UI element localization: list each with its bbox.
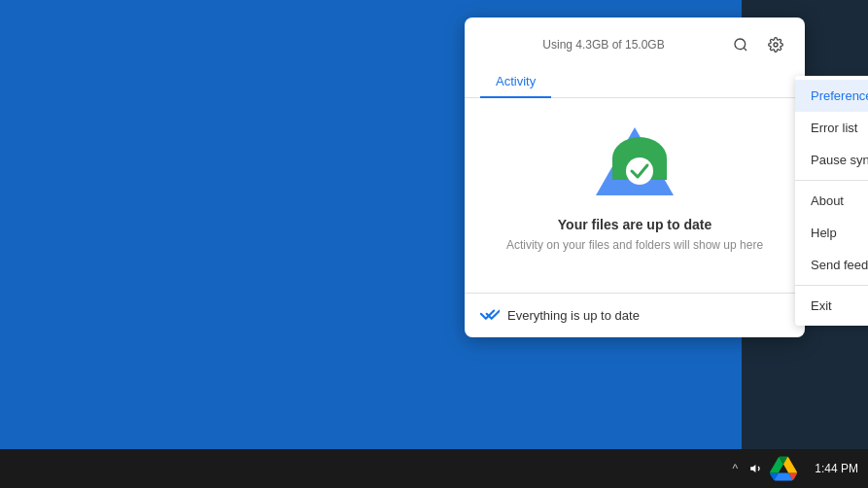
menu-item-exit[interactable]: Exit (795, 290, 868, 322)
check-icon (480, 303, 500, 328)
popup-tabs: Activity (465, 66, 805, 98)
gear-icon (768, 37, 783, 52)
taskbar: ^ 1:44 PM (0, 449, 868, 488)
double-check-icon (480, 303, 500, 323)
menu-item-pause-syncing[interactable]: Pause syncing (795, 144, 868, 176)
svg-point-0 (735, 39, 746, 50)
menu-item-about[interactable]: About (795, 185, 868, 217)
chevron-up-icon[interactable]: ^ (727, 461, 743, 476)
svg-line-1 (744, 48, 746, 51)
svg-point-2 (774, 43, 778, 47)
drive-taskbar-icon[interactable] (770, 455, 797, 482)
menu-item-send-feedback[interactable]: Send feedback (795, 249, 868, 281)
search-icon (733, 37, 748, 52)
taskbar-tray: ^ 1:44 PM (727, 455, 858, 482)
svg-marker-7 (750, 465, 755, 472)
menu-divider-2 (795, 285, 868, 286)
drive-svg (586, 118, 683, 205)
files-up-to-date-title: Your files are up to date (558, 217, 712, 232)
tab-activity[interactable]: Activity (480, 66, 551, 98)
drive-illustration (586, 118, 683, 205)
menu-item-error-list[interactable]: Error list (795, 112, 868, 144)
popup-header: Using 4.3GB of 15.0GB Preferences Error … (465, 17, 805, 58)
storage-text: Using 4.3GB of 15.0GB (480, 38, 727, 52)
settings-button[interactable] (762, 31, 789, 58)
taskbar-time: 1:44 PM (815, 462, 858, 475)
popup-footer: Everything is up to date (465, 293, 805, 337)
menu-item-help[interactable]: Help (795, 217, 868, 249)
volume-icon[interactable] (748, 461, 764, 476)
files-up-to-date-subtitle: Activity on your files and folders will … (506, 238, 763, 252)
dropdown-menu: Preferences Error list Pause syncing Abo… (795, 76, 868, 326)
popup-content: Your files are up to date Activity on yo… (465, 98, 805, 293)
footer-status-text: Everything is up to date (507, 308, 640, 323)
drive-popup: Using 4.3GB of 15.0GB Preferences Error … (465, 17, 805, 337)
svg-point-6 (626, 157, 653, 185)
menu-item-preferences[interactable]: Preferences (795, 80, 868, 112)
menu-divider-1 (795, 180, 868, 181)
header-icons (727, 31, 789, 58)
search-button[interactable] (727, 31, 754, 58)
